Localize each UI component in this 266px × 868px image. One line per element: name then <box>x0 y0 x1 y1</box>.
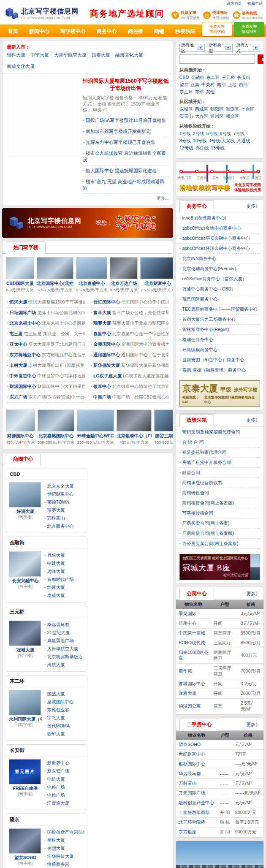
hot-building-name[interactable]: 金澳国际中心 <box>93 342 120 347</box>
district-building-link[interactable]: 星科大厦 <box>44 836 84 844</box>
district-building-link[interactable]: 海航大厦 <box>44 661 84 669</box>
hot-building-name[interactable]: 东方梅地亚中心 <box>9 352 41 357</box>
text-link[interactable]: 亦庄线 <box>195 145 209 151</box>
district-building-link[interactable]: 北京商务中心 <box>44 522 84 530</box>
news-image-placeholder[interactable] <box>7 77 79 156</box>
list-item[interactable]: 环商纵横商务中心 <box>179 345 260 355</box>
hot-building-item[interactable]: 金澳国际中心 金澳国际为中冶置业倾力投资开发… <box>91 339 169 350</box>
district-building-link[interactable]: 浩华科技大厦 <box>44 852 84 860</box>
property-name[interactable]: 阳光100国际公寓 <box>176 648 211 664</box>
publish-button[interactable]: 免费发布 招租招售 <box>234 22 264 36</box>
hot-building-name[interactable]: 财源国际中心 <box>9 384 36 389</box>
building-name[interactable]: 北京国际中心(北控 <box>37 281 74 287</box>
hot-building-item[interactable]: 东方广场 东方广场(东方经贸城)中一办公楼… <box>7 392 85 403</box>
hot-building-item[interactable]: 嘉里中心 北京嘉里中心是一个综合性的多用… <box>91 329 169 339</box>
district-building-link[interactable]: 国盛大厦 <box>44 690 84 698</box>
building-card[interactable]: 北京万达广场 9.5元/天/平方米 <box>110 257 138 293</box>
text-link[interactable]: 南部 <box>217 82 226 88</box>
table-row[interactable]: 十里堡西单商场 开 间 80000万元 <box>176 808 263 818</box>
text-link[interactable]: 8号线 <box>179 138 191 144</box>
table-row[interactable]: 锦湖园公寓 居室 2.5元/天/M² <box>176 699 263 714</box>
table-row[interactable]: 景龙国际 3元/天/M² <box>176 609 263 619</box>
search-button[interactable]: 找写字楼 <box>258 54 264 64</box>
hot-building-name[interactable]: LG双子座大厦 <box>93 373 122 378</box>
property-name[interactable]: 洋桥大厦 <box>176 689 211 699</box>
text-link[interactable]: 银科大厦 <box>7 52 25 58</box>
building-card[interactable]: 财源国际中心 450元/月/平方米 <box>6 410 35 445</box>
site-ad-banner[interactable]: 北京写字楼信息网 HTTP://WWW.U88FCW.COM 祝您： 大展宏“兔… <box>2 208 173 238</box>
property-name[interactable]: SOHO现代城 <box>176 638 211 648</box>
district-building-link[interactable]: 大新华航空大厦 <box>44 645 84 653</box>
hot-building-item[interactable]: 日坛国际广场 坐落于日坛公园北侧的“日坛国际… <box>7 308 85 318</box>
news-item[interactable]: 恒大国际中心 提速抚顺国际化进程 <box>83 165 168 176</box>
hot-building-item[interactable]: 北京来福士中心 北京来福士中心是凯德置地在北京… <box>7 318 85 329</box>
hot-building-item[interactable]: 中环世贸中心 中环世贸中心写字楼地处北京东长… <box>7 371 85 382</box>
news-item[interactable]: 楼市“金九”无望 商业地产将成限购避风港 <box>83 176 168 194</box>
property-name[interactable]: 旺座中心 <box>176 619 211 629</box>
text-link[interactable]: 中关村 <box>201 82 215 88</box>
table-row[interactable]: 望京SOHO 元/天/M² <box>176 740 263 750</box>
property-name[interactable]: 东方银座 <box>176 827 217 837</box>
district-building-link[interactable]: 红莲大厦 <box>44 583 84 591</box>
hot-building-item[interactable]: 新华保险大厦 新华保险大厦是新华保险公司投资… <box>91 361 169 371</box>
header-quick-item[interactable]: ☎ 咨询热线01087369902 <box>233 10 263 20</box>
news-more-link[interactable]: 更多... <box>83 194 168 201</box>
district-building-link[interactable]: 世纪财富中心 <box>44 490 84 498</box>
list-item[interactable]: apbcOffices平安金融中心商务中心 <box>179 233 260 244</box>
building-name[interactable]: 北京嘉盛中心 <box>76 281 107 287</box>
text-link[interactable]: 八通线 <box>237 138 250 144</box>
text-link[interactable]: 15号线 <box>211 145 225 151</box>
list-item[interactable]: 商铺租赁合同(网上备案版) <box>179 498 260 508</box>
list-item[interactable]: 商铺承包经营协议书 <box>179 478 260 488</box>
text-link[interactable]: 7号线 <box>233 131 244 137</box>
building-card[interactable]: 北京嘉铭国际中心 300-380元/月/平方米 <box>38 410 75 445</box>
text-link[interactable]: 东部 <box>195 89 204 95</box>
list-item[interactable]: 办公房买卖合同(网上备案版) <box>179 539 260 549</box>
district-building-link[interactable]: 万科蓝山 <box>44 514 84 522</box>
tab-apartment[interactable]: 公寓中心 <box>179 588 214 600</box>
jingtai-ad[interactable]: 京泰大厦 甲级 涉外写字楼 招租热线：010- 北京繁华的建国门高档商务地段正中… <box>179 380 260 407</box>
district-building-link[interactable]: 北京凯宾斯基饭店 <box>44 653 84 661</box>
text-link[interactable]: 顺义区 <box>226 114 239 119</box>
district-building-link[interactable]: 恒通商务园 <box>44 860 84 868</box>
hot-building-name[interactable]: 银泰中心 <box>93 384 111 389</box>
property-name[interactable]: 望京SOHO <box>176 740 217 750</box>
district-building-link[interactable]: 远洋大厦 <box>44 567 84 575</box>
district-building-link[interactable]: 中建大厦 <box>44 559 84 567</box>
hot-building-item[interactable]: 瑞赛大厦 瑞赛大厦位于北京市朝阳区东三环… <box>91 318 169 329</box>
district-building-link[interactable]: 月坛大厦 <box>44 551 84 559</box>
text-link[interactable]: 4号线/大兴线 <box>209 138 235 144</box>
text-link[interactable]: 昆泰大厦 <box>92 52 110 58</box>
hot-building-name[interactable]: 瑞赛大厦 <box>93 320 111 326</box>
building-card[interactable]: 北京国际中心(北控 6.5-7.5元/天/平方米 <box>37 257 74 293</box>
text-link[interactable]: 13号线 <box>179 145 193 151</box>
hot-building-name[interactable]: 亚太中心 <box>9 342 27 347</box>
hot-building-name[interactable]: 中海广场 <box>93 394 111 399</box>
text-link[interactable]: 石景山 <box>179 114 193 119</box>
nav-item[interactable]: 商住楼 <box>122 28 149 34</box>
hot-building-name[interactable]: 东方广场 <box>9 394 27 399</box>
hot-building-item[interactable]: 富卓大厦 富卓广场办公楼，先创性擘划全新… <box>91 308 169 318</box>
hot-building-item[interactable]: 丰树大厦 丰树大厦底价出租 (原摩托罗拉大厦… <box>7 361 85 371</box>
list-item[interactable]: 厂房租赁合同(网上备案版) <box>179 529 260 539</box>
list-item[interactable]: 租赁委托独家代理合同 <box>179 448 260 458</box>
text-link[interactable]: 融海文化大厦 <box>115 52 143 58</box>
district-building-link[interactable]: 瑞赛大厦 <box>44 506 84 514</box>
text-link[interactable]: 设为首页 <box>227 1 242 5</box>
district-photo[interactable] <box>9 551 41 577</box>
table-row[interactable]: 世纪财富中心 7万元 <box>176 750 263 760</box>
hot-building-item[interactable]: 亚太中心 亚太大厦座落于北京建国门立交桥… <box>7 339 85 350</box>
hot-building-item[interactable]: 恒润大厦 恒润大厦整层1500平写字楼超低价… <box>7 297 85 308</box>
filter-select[interactable]: 所有类型 ▼ <box>207 44 232 52</box>
district-photo[interactable] <box>9 828 41 854</box>
text-link[interactable]: 长安街 <box>237 75 251 81</box>
list-item[interactable]: 万通中心商务中心（CBD） <box>179 284 260 294</box>
building-name[interactable]: 北京财富中心 <box>140 281 173 287</box>
text-link[interactable]: 大新华航空大厦 <box>54 52 87 58</box>
hot-building-name[interactable]: 富卓大厦 <box>93 310 111 315</box>
header-quick-item[interactable]: ◎ 快速选址使用找铺快 <box>203 10 229 20</box>
text-link[interactable]: 收藏本站 <box>244 1 263 5</box>
nav-item[interactable]: 写字楼中心 <box>55 28 91 34</box>
text-link[interactable]: 东二环 <box>206 75 220 81</box>
text-link[interactable]: 朝阳区 <box>210 106 224 112</box>
